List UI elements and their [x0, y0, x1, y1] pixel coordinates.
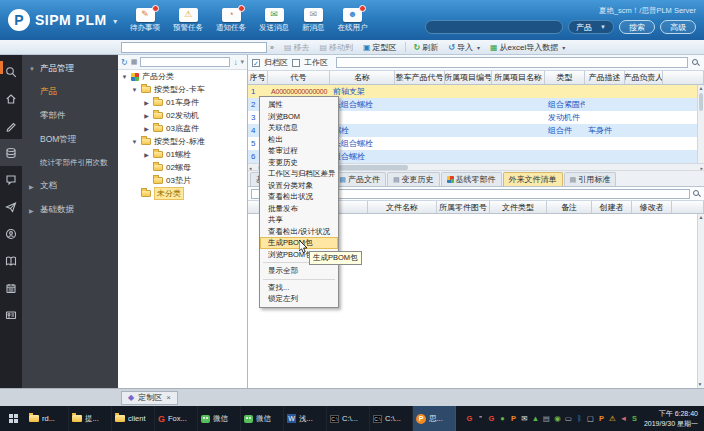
plm-tray-icon[interactable]: P — [509, 415, 518, 423]
warning-tasks-button[interactable]: 预警任务 — [173, 8, 203, 33]
app-logo[interactable]: P SIPM PLM ▼ — [8, 9, 120, 31]
taskbar-item[interactable]: 提... — [69, 406, 112, 431]
chat-rail-button[interactable] — [0, 166, 22, 193]
menu-item-show-all[interactable]: 显示全部 — [260, 265, 338, 277]
menu-item-view-design-status[interactable]: 查看检出/设计状况 — [260, 226, 338, 238]
menu-item-share[interactable]: 共享 — [260, 214, 338, 226]
tree-node[interactable]: ▶03底盘件 — [118, 122, 247, 135]
tree-node[interactable]: ▶02发动机 — [118, 109, 247, 122]
close-icon[interactable]: × — [166, 393, 171, 402]
tree-node[interactable]: ▶01车身件 — [118, 96, 247, 109]
volume-muted-icon[interactable]: ◄ — [619, 415, 628, 423]
scroll-left-icon[interactable]: ◂ — [249, 165, 252, 171]
online-users-button[interactable]: 在线用户 — [338, 8, 368, 33]
menu-item-browse-bom[interactable]: 浏览BOM — [260, 111, 338, 123]
window-icon[interactable]: ▢ — [586, 415, 595, 423]
down-arrow-icon[interactable]: ↓ — [233, 58, 237, 67]
refresh-icon[interactable]: ↻ — [121, 58, 128, 67]
green-dot-icon[interactable]: ● — [498, 415, 507, 423]
product-search-input[interactable] — [336, 57, 688, 68]
toolbar-filter-input[interactable] — [121, 42, 267, 53]
tab-product-files[interactable]: ▤产品文件 — [333, 172, 386, 186]
menu-item-properties[interactable]: 属性 — [260, 99, 338, 111]
ime-icon[interactable]: ” — [476, 415, 485, 423]
menu-item-set-classification[interactable]: 设置分类对象 — [260, 180, 338, 192]
tree-node[interactable]: 02螺母 — [118, 161, 247, 174]
profile-rail-button[interactable] — [0, 220, 22, 247]
taskbar-item[interactable]: 微信 — [241, 406, 284, 431]
chevron-down-icon[interactable]: ▼ — [112, 18, 119, 25]
vertical-scrollbar[interactable]: ▲ — [697, 85, 704, 163]
device-icon[interactable]: ▤ — [542, 415, 551, 423]
network-warning-icon[interactable]: ⚠ — [608, 415, 617, 423]
plm2-tray-icon[interactable]: P — [597, 415, 606, 423]
search-icon[interactable] — [693, 190, 701, 198]
library-rail-button[interactable] — [0, 247, 22, 274]
taskbar-item[interactable]: client — [112, 406, 155, 431]
display-icon[interactable]: ▭ — [564, 415, 573, 423]
menu-item-related-info[interactable]: 关联信息 — [260, 122, 338, 134]
nav-section-product-mgmt[interactable]: ▼ 产品管理 — [22, 58, 118, 80]
nav-item-parts[interactable]: 零部件 — [22, 104, 118, 128]
tab-change-history[interactable]: ▤变更历史 — [387, 172, 440, 186]
tree-node[interactable]: ▼按类型分-标准 — [118, 135, 247, 148]
menu-item-batch-publish[interactable]: 批量发布 — [260, 203, 338, 215]
work-area-checkbox[interactable] — [292, 59, 300, 67]
expander-icon[interactable]: » — [270, 44, 274, 51]
taskbar-item[interactable]: 微信 — [198, 406, 241, 431]
vertical-scrollbar[interactable]: ▲▼ — [697, 214, 704, 388]
send-message-button[interactable]: 发送消息 — [259, 8, 289, 33]
taskbar-item[interactable]: GFox... — [155, 406, 198, 431]
quick-search-rail-button[interactable] — [0, 58, 22, 85]
foxmail-tray-icon[interactable]: G — [487, 415, 496, 423]
advanced-search-button[interactable]: 高级 — [660, 20, 696, 34]
bluetooth-icon[interactable]: ᛒ — [575, 415, 584, 423]
foxmail-tray-icon[interactable]: G — [465, 415, 474, 423]
nav-item-bom[interactable]: BOM管理 — [22, 128, 118, 152]
calendar-rail-button[interactable] — [0, 274, 22, 301]
chevron-down-icon[interactable]: ▾ — [240, 58, 244, 66]
menu-item-checkout[interactable]: 检出 — [260, 134, 338, 146]
archive-area-checkbox[interactable]: ✓ — [252, 59, 260, 67]
menu-item-area-diff[interactable]: 工作区与归档区差异 — [260, 168, 338, 180]
send-rail-button[interactable] — [0, 193, 22, 220]
taskbar-clock[interactable]: 下午 6:28:40 2019/9/30 星期一 — [642, 406, 704, 431]
todo-tasks-button[interactable]: 待办事项 — [130, 8, 160, 33]
remove-button[interactable]: ▤移去 — [279, 40, 315, 54]
workspace-tab-custom-area[interactable]: ◆ 定制区 × — [121, 391, 178, 405]
message-tray-icon[interactable]: ✉ — [520, 415, 529, 423]
taskbar-item[interactable]: W浅... — [284, 406, 327, 431]
search-button[interactable]: 搜索 — [619, 20, 655, 34]
idcard-rail-button[interactable] — [0, 301, 22, 328]
move-to-button[interactable]: ▤移动到 — [314, 40, 358, 54]
excel-import-button[interactable]: ▦从excel导入数据 — [485, 40, 570, 54]
data-rail-button[interactable] — [0, 139, 22, 166]
scroll-right-icon[interactable]: ▸ — [700, 165, 703, 171]
tab-baseline-parts[interactable]: 基线零部件 — [441, 172, 502, 186]
edit-rail-button[interactable] — [0, 112, 22, 139]
nav-item-product[interactable]: 产品 — [22, 80, 118, 104]
menu-item-view-checkout-status[interactable]: 查看检出状况 — [260, 191, 338, 203]
menu-item-lock-left-column[interactable]: 锁定左列 — [260, 293, 338, 305]
scroll-down-icon[interactable]: ▼ — [698, 381, 703, 387]
tab-reference-standard[interactable]: ▤引用标准 — [564, 172, 617, 186]
search-icon[interactable] — [692, 59, 700, 67]
menu-item-approval-process[interactable]: 签审过程 — [260, 145, 338, 157]
tree-root-product-classification[interactable]: ▼ 产品分类 — [118, 70, 247, 83]
nav-section-base-data[interactable]: ▶ 基础数据 — [22, 198, 118, 222]
tab-external-files[interactable]: 外来文件清单 — [503, 172, 563, 186]
tree-node[interactable]: 03垫片 — [118, 174, 247, 187]
sogou-icon[interactable]: S — [630, 415, 639, 423]
nav-item-part-usage-count[interactable]: 统计零部件引用次数 — [22, 152, 118, 174]
fixed-area-button[interactable]: ▣定型区 — [358, 40, 402, 54]
refresh-button[interactable]: ↻刷新 — [409, 40, 444, 54]
taskbar-item[interactable]: C:\C:\... — [370, 406, 413, 431]
layers-icon[interactable]: ▦ — [131, 58, 138, 66]
taskbar-item-plm[interactable]: P思... — [413, 406, 456, 431]
search-category-select[interactable]: 产品▼ — [568, 20, 614, 34]
notify-tasks-button[interactable]: 通知任务 — [216, 8, 246, 33]
nvidia-icon[interactable]: ◉ — [553, 415, 562, 423]
global-search-input[interactable] — [425, 20, 563, 34]
home-rail-button[interactable] — [0, 85, 22, 112]
start-button[interactable] — [0, 406, 26, 431]
